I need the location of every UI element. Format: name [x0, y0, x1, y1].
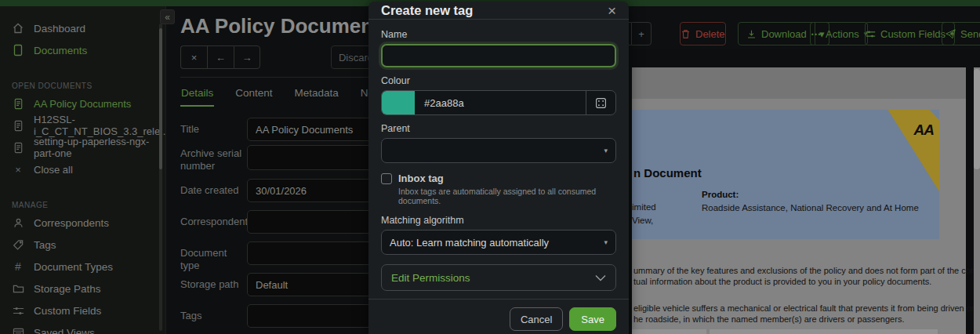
edit-permissions-accordion[interactable]: Edit Permissions: [381, 264, 616, 291]
matching-algorithm-select[interactable]: Auto: Learn matching automatically ▾: [381, 230, 616, 255]
modal-header: Create new tag ×: [368, 2, 629, 20]
dice-icon: [595, 97, 607, 109]
matching-algorithm-value: Auto: Learn matching automatically: [390, 237, 549, 249]
edit-permissions-label: Edit Permissions: [391, 272, 470, 284]
modal-footer: Cancel Save: [368, 299, 629, 334]
tag-name-input[interactable]: [381, 44, 616, 67]
colour-swatch: [382, 91, 415, 114]
parent-select[interactable]: ▾: [381, 138, 616, 163]
save-button[interactable]: Save: [569, 307, 616, 331]
close-icon[interactable]: ×: [608, 3, 616, 18]
inbox-tag-checkbox[interactable]: [381, 173, 392, 184]
random-colour-button[interactable]: [586, 91, 615, 114]
create-tag-modal: Create new tag × Name Colour #2aa88a Par…: [368, 2, 629, 334]
modal-body: Name Colour #2aa88a Parent ▾ Inbox tag I…: [368, 20, 629, 299]
inbox-tag-label: Inbox tag: [398, 172, 444, 184]
parent-label: Parent: [381, 123, 616, 134]
inbox-tag-row: Inbox tag: [381, 172, 616, 184]
colour-value[interactable]: #2aa88a: [415, 97, 586, 109]
matching-algorithm-label: Matching algorithm: [381, 215, 616, 226]
name-label: Name: [381, 29, 616, 40]
colour-input-group: #2aa88a: [381, 90, 616, 115]
chevron-down-icon: [595, 274, 606, 281]
colour-label: Colour: [381, 75, 616, 86]
chevron-down-icon: ▾: [604, 147, 608, 154]
chevron-down-icon: ▾: [604, 239, 608, 246]
modal-title: Create new tag: [381, 3, 473, 18]
inbox-tag-hint: Inbox tags are automatically assigned to…: [398, 187, 616, 205]
cancel-button[interactable]: Cancel: [510, 307, 563, 331]
